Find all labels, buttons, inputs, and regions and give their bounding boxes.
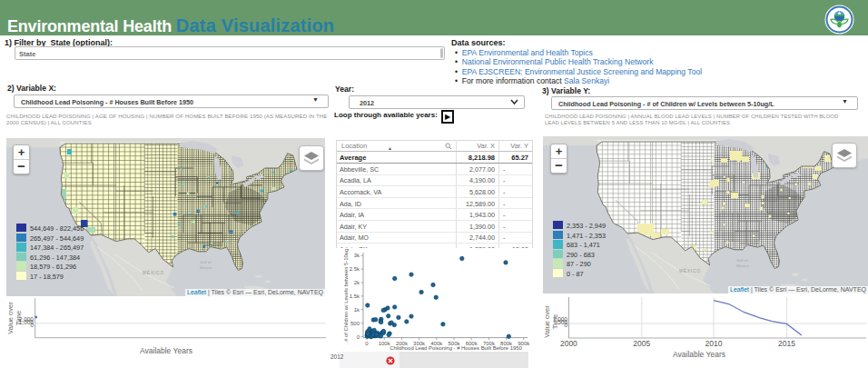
svg-text:MÉXICO: MÉXICO <box>143 270 164 275</box>
svg-text:2000: 2000 <box>560 339 577 348</box>
svg-text:MÉXICO: MÉXICO <box>679 268 701 274</box>
svg-text:1k: 1k <box>354 307 360 313</box>
svg-text:Childhood Lead Poisoning - # H: Childhood Lead Poisoning - # Houses Buil… <box>390 345 522 351</box>
svg-text:Mexico: Mexico <box>200 265 212 270</box>
svg-text:Gulf of: Gulf of <box>200 260 212 264</box>
svg-text:Value over: Value over <box>543 305 551 338</box>
svg-text:2.5k: 2.5k <box>350 266 360 272</box>
svg-text:1.5k: 1.5k <box>350 293 360 299</box>
svg-text:. # of Children w/ Levels betw: . # of Children w/ Levels between 5-10ug… <box>343 249 349 344</box>
svg-text:500: 500 <box>350 321 360 326</box>
svg-text:0: 0 <box>365 341 369 346</box>
svg-text:3k: 3k <box>354 253 360 258</box>
svg-text:2010: 2010 <box>705 339 723 348</box>
svg-text:2005: 2005 <box>633 339 650 348</box>
svg-text:2015: 2015 <box>778 339 795 348</box>
svg-text:0: 0 <box>357 334 360 340</box>
svg-text:Gulf of: Gulf of <box>736 258 748 263</box>
svg-text:Value over: Value over <box>6 302 15 334</box>
svg-text:Available Years: Available Years <box>140 346 192 355</box>
svg-text:Available Years: Available Years <box>673 350 725 359</box>
svg-text:0: 0 <box>30 322 34 328</box>
svg-text:Mexico: Mexico <box>736 264 749 268</box>
svg-text:0: 0 <box>564 322 567 328</box>
svg-text:2k: 2k <box>354 280 360 285</box>
